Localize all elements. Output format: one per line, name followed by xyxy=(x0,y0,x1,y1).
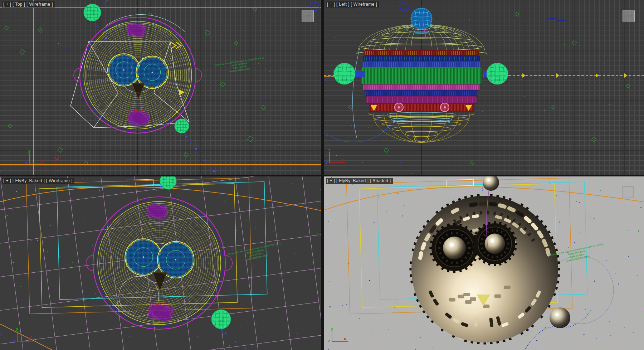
green-mesh-ball xyxy=(211,310,231,329)
svg-text:y: y xyxy=(326,160,328,164)
viewport-label-camera-wireframe[interactable]: [ + ] [ FlyBy_Baked ] [ Wireframe ] xyxy=(2,178,74,184)
viewport-canvas-camera-wireframe[interactable]: Created for the Intel Corporation as a w… xyxy=(0,176,321,350)
svg-text:y: y xyxy=(16,326,19,331)
svg-text:z: z xyxy=(328,147,331,152)
green-mesh-ball xyxy=(84,4,101,21)
svg-text:x: x xyxy=(344,336,346,341)
quad-viewport-canvas: Created for the Intel Corporation as a w… xyxy=(0,0,644,350)
viewport-label-top[interactable]: [ + ] [ Top ] [ Wireframe ] xyxy=(2,1,55,8)
viewcube-ghost[interactable] xyxy=(622,186,634,198)
viewport-label-camera-shaded[interactable]: [ + ] [ FlyBy_Baked ] [ Shaded ] xyxy=(326,178,393,184)
green-mesh-ball xyxy=(487,63,508,84)
viewport-label-left[interactable]: [ + ] [ Left ] [ Wireframe ] xyxy=(326,1,379,8)
mech-sphere-wireframe-top xyxy=(74,17,202,133)
viewport-left-view[interactable]: zyx [ + ] [ Left ] [ Wireframe ] LEFT xyxy=(324,0,644,175)
svg-text:z: z xyxy=(328,339,330,343)
mech-sphere-shaded xyxy=(410,194,560,345)
viewport-top[interactable]: Created for the Intel Corporation as a w… xyxy=(0,0,321,175)
svg-text:z: z xyxy=(13,339,15,343)
viewport-camera-shaded[interactable]: Created for the Intel Corporation as a w… xyxy=(324,176,644,350)
axis-tripod: yzx xyxy=(13,326,33,343)
axis-tripod: zyx xyxy=(326,147,345,164)
svg-text:y: y xyxy=(28,149,31,153)
green-mesh-ball xyxy=(334,63,355,84)
green-mesh-ball xyxy=(175,119,189,133)
viewcube-top-view[interactable]: TOP xyxy=(302,10,314,22)
svg-text:z: z xyxy=(25,161,28,165)
svg-text:y: y xyxy=(331,326,333,331)
viewcube-face-label: TOP xyxy=(304,14,311,18)
svg-text:x: x xyxy=(41,159,44,163)
viewcube-face-label: LEFT xyxy=(624,14,633,18)
svg-text:x: x xyxy=(29,336,31,341)
shaded-satellite-ball xyxy=(550,307,570,328)
viewcube-left-view[interactable]: LEFT xyxy=(623,10,635,22)
svg-text:x: x xyxy=(341,157,344,162)
viewport-canvas-left[interactable]: zyx xyxy=(324,0,644,175)
yellow-marker xyxy=(171,42,181,49)
viewport-camera-wireframe[interactable]: Created for the Intel Corporation as a w… xyxy=(0,176,321,350)
viewport-canvas-camera-shaded[interactable]: Created for the Intel Corporation as a w… xyxy=(324,176,644,350)
viewport-canvas-top[interactable]: Created for the Intel Corporation as a w… xyxy=(0,0,321,175)
mech-sphere-wireframe-top xyxy=(86,197,233,329)
